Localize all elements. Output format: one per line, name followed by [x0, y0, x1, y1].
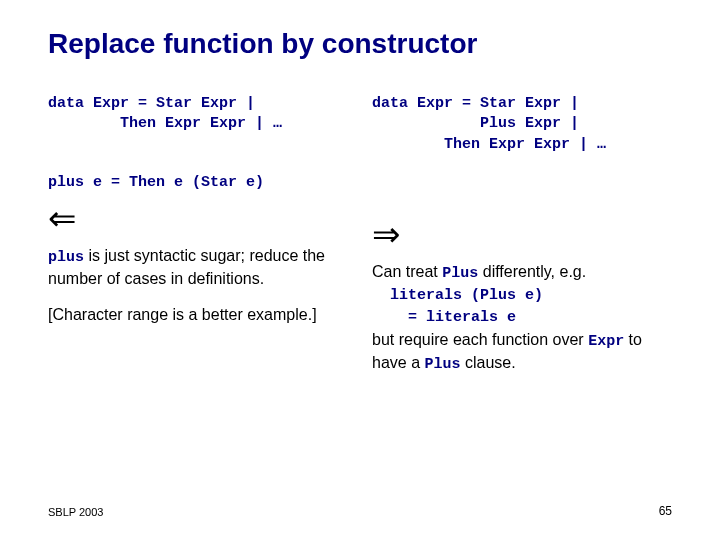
code-line: plus e = Then e (Star e): [48, 173, 348, 193]
code-line: data Expr = Star Expr |: [372, 94, 672, 114]
code-line: data Expr = Star Expr |: [48, 94, 348, 114]
text: clause.: [461, 354, 516, 371]
right-code-block: data Expr = Star Expr | Plus Expr | Then…: [372, 94, 672, 155]
footer-page-number: 65: [659, 504, 672, 518]
slide: Replace function by constructor data Exp…: [0, 0, 720, 540]
left-code-block: data Expr = Star Expr | Then Expr Expr |…: [48, 94, 348, 135]
code-line: Plus Expr |: [372, 114, 672, 134]
code-line: literals (Plus e): [390, 286, 672, 306]
right-paragraph-2: but require each function over Expr to h…: [372, 329, 672, 376]
left-paragraph-2: [Character range is a better example.]: [48, 304, 348, 326]
code-line: Then Expr Expr | …: [48, 114, 348, 134]
right-column: data Expr = Star Expr | Plus Expr | Then…: [372, 94, 672, 390]
code-line: Then Expr Expr | …: [372, 135, 672, 155]
columns: data Expr = Star Expr | Then Expr Expr |…: [48, 94, 672, 390]
left-paragraph-1: plus is just syntactic sugar; reduce the…: [48, 245, 348, 290]
code-line: = literals e: [390, 308, 672, 328]
text: is just syntactic sugar; reduce the numb…: [48, 247, 325, 287]
code-inline: plus: [48, 249, 84, 266]
slide-title: Replace function by constructor: [48, 28, 672, 60]
code-inline: Plus: [424, 356, 460, 373]
code-inline: Expr: [588, 333, 624, 350]
footer-conference: SBLP 2003: [48, 506, 103, 518]
arrow-left-icon: ⇐: [48, 201, 348, 235]
arrow-right-icon: ⇒: [372, 217, 672, 251]
text: but require each function over: [372, 331, 588, 348]
right-paragraph-1: Can treat Plus differently, e.g.: [372, 261, 672, 284]
text: Can treat: [372, 263, 442, 280]
text: differently, e.g.: [478, 263, 586, 280]
left-column: data Expr = Star Expr | Then Expr Expr |…: [48, 94, 348, 390]
code-inline: Plus: [442, 265, 478, 282]
